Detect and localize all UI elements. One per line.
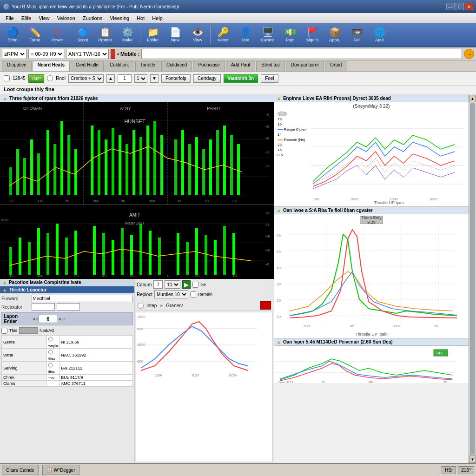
foel-button[interactable]: Foel	[261, 74, 278, 83]
page-select[interactable]: 1	[134, 74, 147, 83]
use-icon: 👤	[240, 27, 251, 37]
toolbar-sigolts[interactable]: 🚩 Sigolts	[302, 24, 323, 46]
rectciator-input2[interactable]	[57, 303, 80, 311]
go-button[interactable]: →	[464, 49, 474, 59]
legend-05: 0.5	[278, 153, 309, 157]
scroll-thumb[interactable]	[470, 103, 475, 455]
menu-zuutions[interactable]: Zuutions	[79, 14, 106, 22]
filter-dropdown[interactable]: Creriton ÷ S	[68, 74, 104, 83]
tab-dompantiorer[interactable]: Dompantiorer	[286, 61, 324, 71]
h9-dropdown[interactable]: ≡ 00-99 H9	[28, 49, 64, 59]
intep-radio[interactable]	[138, 303, 144, 309]
rectciator-input1[interactable]	[32, 303, 55, 311]
toolbar-fell[interactable]: 📼 Fell	[346, 24, 368, 46]
status-item2[interactable]: 🪟 W*Degger	[42, 465, 79, 475]
menu-file[interactable]: File	[2, 14, 18, 22]
toolbar-folder[interactable]: 📁 Folder	[142, 24, 164, 46]
svg-rect-16	[53, 144, 56, 195]
toolbar-promnt[interactable]: 📋 Promnt	[94, 24, 116, 46]
checkbox-12845[interactable]	[4, 75, 10, 81]
right-scrollbar[interactable]: ▲ ▼	[469, 95, 476, 463]
tab-poonciase[interactable]: Poonciase	[193, 61, 225, 71]
rnol-radio[interactable]	[47, 75, 53, 81]
tray-temp: 216°	[458, 466, 474, 474]
chart1-header-icon: ▲	[3, 96, 7, 101]
toolbar-pay[interactable]: 💵 Pay:	[279, 24, 301, 46]
menu-veioson[interactable]: Veioson	[53, 14, 79, 22]
svg-text:0.54: 0.54	[192, 373, 199, 377]
tab-coldition[interactable]: Coldition:	[105, 61, 134, 71]
tab-streit-tus[interactable]: Streit tus	[256, 61, 284, 71]
menu-vieesing[interactable]: Vieesing	[106, 14, 133, 22]
minimize-btn[interactable]: —	[446, 3, 455, 10]
twh16-dropdown[interactable]: ANY1 TWH16	[66, 49, 109, 59]
lapon-input[interactable]	[39, 315, 57, 323]
carium-go-btn[interactable]: ▶	[182, 280, 191, 289]
down-arrow-button[interactable]: ▼	[150, 74, 159, 83]
carium-dropdown[interactable]: 10	[165, 280, 180, 289]
svg-rect-14	[37, 153, 40, 195]
svg-text:110: 110	[37, 199, 44, 203]
menu-hot[interactable]: Hot	[133, 14, 148, 22]
reploct-dropdown[interactable]: Murdlen 10	[154, 290, 188, 298]
tab-diopative[interactable]: Diopative	[2, 61, 32, 71]
toolbar-torpe[interactable]: ✏️ Torpe	[24, 24, 46, 46]
throttle-form: Furward Rectciator	[0, 293, 134, 388]
close-btn[interactable]: ✕	[465, 3, 473, 10]
ike-checkbox[interactable]	[192, 282, 198, 288]
tab-gied-hialle[interactable]: Gied Hialle	[71, 61, 104, 71]
page-number-input[interactable]	[118, 74, 132, 83]
rpm-dropdown[interactable]: ≥RPM	[2, 49, 26, 59]
svg-rect-63	[37, 228, 40, 275]
make-icon: ⚙️	[122, 27, 133, 37]
jmip-button[interactable]: JMIP	[28, 74, 45, 83]
toolbar-make[interactable]: ⚙️ Make	[117, 24, 138, 46]
sigolts-icon: 🚩	[307, 27, 318, 37]
vautoinh-button[interactable]: Vautoinh 3n	[224, 74, 258, 83]
menu-view[interactable]: View	[35, 14, 53, 22]
svg-rect-30	[160, 135, 163, 195]
fonterfolp-button[interactable]: Fonterfolp	[161, 74, 191, 83]
tab-ortort[interactable]: Ortort	[325, 61, 347, 71]
scroll-down-btn[interactable]: ▼	[469, 456, 476, 463]
toolbar-apul[interactable]: 🌐 Apul	[369, 24, 390, 46]
menu-help[interactable]: Help	[148, 14, 166, 22]
scroll-up-btn[interactable]: ▲	[469, 95, 476, 102]
tab-add-paut[interactable]: Add Paut	[226, 61, 255, 71]
svg-text:10: 10	[9, 274, 13, 278]
this-checkbox[interactable]	[1, 328, 7, 334]
tab-tanetle[interactable]: Tanetle	[135, 61, 160, 71]
svg-text:30: 30	[74, 274, 79, 278]
svg-rect-28	[146, 126, 149, 195]
up-arrow-button[interactable]: ▲	[106, 74, 115, 83]
svg-text:1000: 1000	[429, 197, 437, 201]
certdagy-button[interactable]: Certdagy	[193, 74, 221, 83]
toolbar-cartest[interactable]: 🖥️ Cartest	[257, 24, 278, 46]
toolbar-kennr[interactable]: 🔑 Kennr	[212, 24, 234, 46]
chart2-svg: AMIT MOMDER	[0, 205, 270, 279]
tab-colidirced[interactable]: Colidirced	[161, 61, 192, 71]
toolbar-stron[interactable]: 🔵 Stron	[2, 24, 23, 46]
remain-checkbox[interactable]	[190, 291, 196, 298]
svg-rect-32	[181, 130, 184, 195]
maximize-btn[interactable]: □	[456, 3, 464, 10]
legend-23: 23	[278, 143, 309, 147]
legend-reurcle: Reurcle (Nn)	[278, 138, 309, 142]
tab-neard-heats[interactable]: Neard Heats	[33, 61, 70, 71]
toolbar-appo[interactable]: 📦 Appo.	[324, 24, 345, 46]
right-chart3-icon: ▲	[277, 339, 281, 344]
table-row: Genre weyla NI 219.66	[2, 336, 133, 349]
svg-text:00: 00	[350, 324, 354, 328]
toolbar-scpot[interactable]: 🔷 Scpot	[72, 24, 93, 46]
carium-input[interactable]	[153, 280, 163, 289]
toolbar-new[interactable]: 📄 New	[165, 24, 186, 46]
toolbar-power[interactable]: ✕ Power	[46, 24, 68, 46]
slider-track[interactable]	[19, 327, 38, 334]
forward-input[interactable]	[32, 295, 133, 302]
toolbar-use[interactable]: 👤 Use	[235, 24, 256, 46]
right-chart1-xlabel: Thostle UP-ljam	[311, 200, 467, 205]
toolbar-view[interactable]: 👁️ View	[187, 24, 208, 46]
clear-icon[interactable]	[111, 49, 115, 59]
mobile-input[interactable]: Ameerbot	[141, 49, 462, 59]
menu-elife[interactable]: Elife	[18, 14, 35, 22]
